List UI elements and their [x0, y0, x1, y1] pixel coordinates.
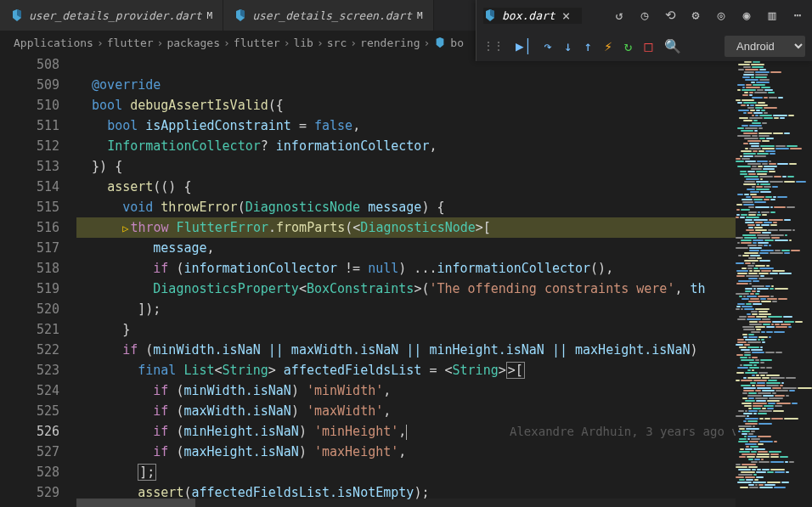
breadcrumb-file[interactable]: bo	[450, 37, 464, 49]
code-line: void throwError(DiagnosticsNode message)…	[76, 197, 812, 217]
code-area[interactable]: @override bool debugAssertIsValid({ bool…	[76, 54, 812, 507]
tab-name: user_details_screen.dart	[252, 9, 412, 22]
line-number: 515	[0, 197, 59, 217]
breadcrumb-part[interactable]: flutter	[107, 37, 154, 49]
code-line: message,	[76, 238, 812, 258]
more-icon[interactable]: ⋯	[790, 8, 805, 23]
minimap[interactable]: // inline generation placeholder below	[736, 54, 812, 507]
target-icon[interactable]: ◎	[713, 8, 729, 23]
code-line: if (minWidth.isNaN) 'minWidth',	[76, 380, 812, 401]
chevron-right-icon: ›	[97, 37, 104, 49]
line-number: 521	[0, 319, 59, 340]
breadcrumb-part[interactable]: flutter	[234, 37, 280, 49]
chevron-right-icon: ›	[317, 37, 324, 49]
minimap-content: // inline generation placeholder below	[736, 54, 812, 491]
step-out-icon[interactable]: ↑	[584, 38, 593, 54]
breadcrumb-part[interactable]: rendering	[360, 37, 420, 49]
tab-box-dart[interactable]: box.dart ×	[483, 8, 582, 24]
breadcrumb-part[interactable]: lib	[293, 37, 313, 49]
scrollbar-thumb[interactable]	[76, 499, 195, 507]
link-icon[interactable]: ⟲	[663, 8, 678, 23]
dart-icon	[483, 8, 497, 22]
tab-name: user_details_provider.dart	[29, 9, 202, 22]
tab-user-details-screen[interactable]: user_details_screen.dart M	[223, 0, 433, 31]
line-number: 518	[0, 258, 59, 279]
line-number: 524	[0, 380, 59, 401]
chevron-right-icon: ›	[284, 37, 290, 49]
chevron-right-icon: ›	[223, 37, 230, 49]
tab-modified-indicator: M	[417, 10, 423, 21]
line-number: 522	[0, 340, 59, 360]
execution-pointer-icon: ▷	[122, 223, 128, 234]
line-number: 526	[0, 421, 59, 442]
breadcrumb-part[interactable]: packages	[166, 37, 220, 49]
line-number: 517	[0, 238, 59, 258]
code-line: if (maxWidth.isNaN) 'maxWidth',	[76, 401, 812, 421]
line-number: 528	[0, 462, 59, 482]
chevron-right-icon: ›	[157, 37, 164, 49]
line-number: 523	[0, 360, 59, 380]
code-line: final List<String> affectedFieldsList = …	[76, 360, 812, 380]
debug-target-select[interactable]: Android	[725, 36, 805, 57]
code-line: ];	[76, 462, 812, 482]
code-line: bool debugAssertIsValid({	[76, 95, 812, 115]
code-line: DiagnosticsProperty<BoxConstraints>('The…	[76, 279, 812, 299]
line-number: 514	[0, 177, 59, 197]
code-line: }) {	[76, 156, 812, 177]
code-line: assert(() {	[76, 177, 812, 197]
debug-toolbar: box.dart × ↺ ◷ ⟲ ⚙ ◎ ◉ ▥ ⋯ ⋮⋮ ▶│ ↷ ↓ ↑ ⚡…	[476, 0, 812, 61]
code-line: if (minWidth.isNaN || maxWidth.isNaN || …	[76, 340, 812, 360]
line-number: ◇516	[0, 217, 59, 238]
line-number: 529	[0, 482, 59, 503]
settings-icon[interactable]: ⚙	[688, 8, 703, 23]
breadcrumb-part[interactable]: src	[327, 37, 347, 49]
line-number: 513	[0, 156, 59, 177]
cursor	[406, 425, 407, 440]
line-number: 508	[0, 54, 59, 75]
chevron-right-icon: ›	[424, 37, 431, 49]
restart-icon[interactable]: ↻	[624, 38, 633, 54]
code-line-execution: ▷throw FlutterError.fromParts(<Diagnosti…	[76, 217, 812, 238]
code-line: bool isAppliedConstraint = false,	[76, 115, 812, 136]
tab-modified-indicator: M	[207, 10, 213, 21]
tab-user-details-provider[interactable]: user_details_provider.dart M	[0, 0, 223, 31]
step-over-icon[interactable]: ↷	[544, 38, 552, 54]
code-line: if (minHeight.isNaN) 'minHeight',Alexand…	[76, 421, 812, 442]
hot-reload-icon[interactable]: ⚡	[604, 38, 612, 54]
timer-icon[interactable]: ◷	[637, 8, 652, 23]
history-icon[interactable]: ↺	[612, 8, 627, 23]
code-line: InformationCollector? informationCollect…	[76, 136, 812, 156]
code-line: }	[76, 319, 812, 340]
inspect-icon[interactable]: 🔍	[664, 38, 681, 54]
git-blame-annotation: Alexandre Ardhuin, 3 years ago vi	[510, 421, 746, 442]
line-gutter: 508 509 510 511 512 513 514 515 ◇516 517…	[0, 54, 76, 507]
layout-icon[interactable]: ▥	[764, 8, 780, 23]
line-number: 520	[0, 299, 59, 319]
code-line: @override	[76, 75, 812, 95]
stop-icon[interactable]: □	[644, 38, 652, 54]
code-line: if (informationCollector != null) ...inf…	[76, 258, 812, 279]
drag-handle-icon[interactable]: ⋮⋮	[483, 40, 504, 52]
step-into-icon[interactable]: ↓	[564, 38, 572, 54]
line-number: 511	[0, 115, 59, 136]
line-number: 519	[0, 279, 59, 299]
line-number: 509	[0, 75, 59, 95]
bulb-icon[interactable]: ◉	[739, 8, 754, 23]
line-number: 510	[0, 95, 59, 115]
dart-icon	[234, 8, 247, 22]
debug-controls: ⋮⋮ ▶│ ↷ ↓ ↑ ⚡ ↻ □ 🔍 Android	[476, 31, 812, 61]
line-number: 527	[0, 442, 59, 462]
continue-icon[interactable]: ▶│	[516, 38, 532, 54]
horizontal-scrollbar[interactable]	[76, 499, 736, 507]
close-icon[interactable]: ×	[561, 8, 572, 24]
chevron-right-icon: ›	[350, 37, 357, 49]
line-number: 512	[0, 136, 59, 156]
code-line: ]);	[76, 299, 812, 319]
code-line: if (maxHeight.isNaN) 'maxHeight',	[76, 442, 812, 462]
tab-name: box.dart	[502, 9, 555, 22]
debug-toolbar-top: box.dart × ↺ ◷ ⟲ ⚙ ◎ ◉ ▥ ⋯	[476, 0, 812, 31]
editor[interactable]: 508 509 510 511 512 513 514 515 ◇516 517…	[0, 54, 812, 507]
line-number: 525	[0, 401, 59, 421]
dart-icon	[433, 36, 447, 49]
breadcrumb-part[interactable]: Applications	[14, 37, 93, 49]
